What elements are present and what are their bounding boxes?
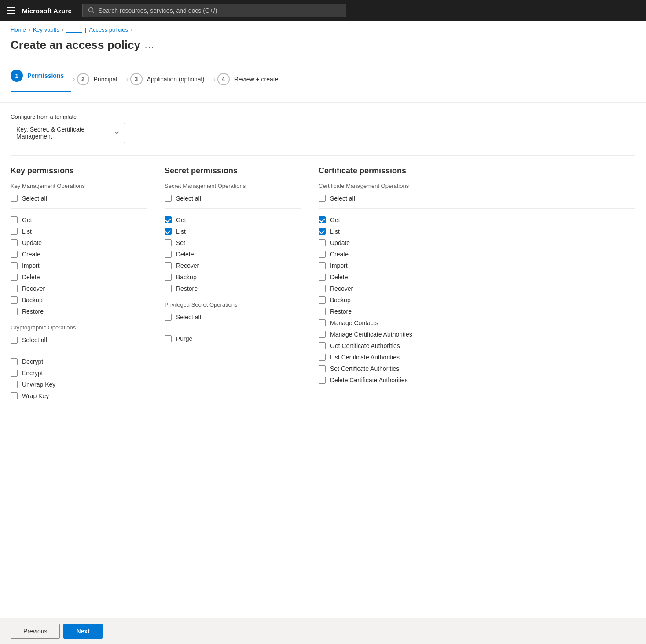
- key-recover-checkbox[interactable]: [11, 285, 18, 292]
- step-1-permissions[interactable]: 1 Permissions: [11, 66, 71, 92]
- key-unwrap-checkbox[interactable]: [11, 381, 18, 388]
- secret-recover-label: Recover: [176, 262, 199, 269]
- secret-set-checkbox[interactable]: [165, 239, 172, 246]
- step-sep-3-4: ›: [213, 75, 215, 83]
- secret-restore-checkbox[interactable]: [165, 285, 172, 292]
- secret-set-label: Set: [176, 239, 185, 246]
- key-decrypt-checkbox[interactable]: [11, 358, 18, 365]
- cert-manage-ca-checkbox[interactable]: [319, 331, 326, 338]
- key-update-checkbox[interactable]: [11, 239, 18, 246]
- template-section: Configure from a template Key, Secret, &…: [11, 113, 635, 143]
- key-crypto-select-all-checkbox[interactable]: [11, 337, 18, 344]
- steps-nav: 1 Permissions › 2 Principal › 3 Applicat…: [0, 59, 646, 103]
- key-delete-label: Delete: [22, 274, 40, 281]
- cert-list-checkbox[interactable]: [319, 228, 326, 235]
- chevron-down-icon: [114, 131, 119, 135]
- list-item: Import: [11, 260, 147, 271]
- perm-divider: [319, 208, 635, 209]
- key-restore-label: Restore: [22, 308, 44, 315]
- cert-update-checkbox[interactable]: [319, 239, 326, 246]
- permissions-grid: Key permissions Key Management Operation…: [11, 166, 635, 402]
- cert-manage-ca-label: Manage Certificate Authorities: [330, 331, 412, 338]
- cert-set-ca-checkbox[interactable]: [319, 365, 326, 372]
- list-item: Select all: [165, 311, 301, 323]
- list-item: [11, 204, 147, 214]
- step-sep-1-2: ›: [73, 75, 75, 83]
- key-delete-checkbox[interactable]: [11, 274, 18, 281]
- cert-get-ca-checkbox[interactable]: [319, 342, 326, 349]
- list-item: Delete Certificate Authorities: [319, 374, 635, 386]
- breadcrumb-access-policies[interactable]: Access policies: [89, 26, 128, 33]
- perm-divider: [11, 208, 147, 209]
- step-2-circle: 2: [77, 73, 89, 85]
- cert-delete-ca-checkbox[interactable]: [319, 377, 326, 384]
- key-backup-checkbox[interactable]: [11, 296, 18, 304]
- secret-backup-checkbox[interactable]: [165, 274, 172, 281]
- cert-backup-checkbox[interactable]: [319, 296, 326, 304]
- secret-list-checkbox[interactable]: [165, 228, 172, 235]
- cert-import-checkbox[interactable]: [319, 262, 326, 269]
- cert-mgmt-section-header: Certificate Management Operations: [319, 183, 635, 189]
- list-item: Restore: [11, 306, 147, 317]
- breadcrumb-sep-2: ›: [62, 27, 64, 33]
- cert-restore-label: Restore: [330, 308, 352, 315]
- cert-delete-checkbox[interactable]: [319, 274, 326, 281]
- cert-list-label: List: [330, 228, 340, 235]
- list-item: [319, 204, 635, 214]
- list-item: [165, 323, 301, 333]
- key-select-all-checkbox[interactable]: [11, 195, 18, 202]
- search-bar[interactable]: Search resources, services, and docs (G+…: [82, 4, 346, 17]
- key-decrypt-label: Decrypt: [22, 358, 43, 365]
- key-create-checkbox[interactable]: [11, 251, 18, 258]
- step-4-review[interactable]: 4 Review + create: [217, 70, 286, 89]
- secret-recover-checkbox[interactable]: [165, 262, 172, 269]
- key-recover-label: Recover: [22, 285, 45, 292]
- search-icon: [88, 7, 95, 14]
- page-title: Create an access policy: [11, 38, 140, 52]
- secret-priv-select-all-checkbox[interactable]: [165, 314, 172, 321]
- step-4-circle: 4: [217, 73, 230, 85]
- cert-create-checkbox[interactable]: [319, 251, 326, 258]
- cert-manage-contacts-checkbox[interactable]: [319, 319, 326, 326]
- secret-permissions-col: Secret permissions Secret Management Ope…: [165, 166, 301, 402]
- template-dropdown[interactable]: Key, Secret, & Certificate Management: [11, 123, 125, 143]
- list-item: Wrap Key: [11, 390, 147, 402]
- step-3-application[interactable]: 3 Application (optional): [130, 70, 212, 89]
- list-item: Manage Certificate Authorities: [319, 329, 635, 340]
- breadcrumb-sep-3: ›: [131, 27, 132, 33]
- cert-restore-checkbox[interactable]: [319, 308, 326, 315]
- breadcrumb-home[interactable]: Home: [11, 26, 26, 33]
- perm-divider: [11, 350, 147, 350]
- key-import-label: Import: [22, 262, 40, 269]
- cert-get-checkbox[interactable]: [319, 216, 326, 223]
- list-item: Set: [165, 237, 301, 249]
- cert-recover-checkbox[interactable]: [319, 285, 326, 292]
- key-crypto-select-all-label: Select all: [22, 337, 47, 344]
- more-options-icon[interactable]: ...: [145, 40, 155, 50]
- secret-purge-checkbox[interactable]: [165, 335, 172, 342]
- secret-delete-checkbox[interactable]: [165, 251, 172, 258]
- secret-get-checkbox[interactable]: [165, 216, 172, 223]
- secret-select-all-checkbox[interactable]: [165, 195, 172, 202]
- list-item: Purge: [165, 333, 301, 344]
- key-encrypt-checkbox[interactable]: [11, 370, 18, 377]
- breadcrumb-key-vaults[interactable]: Key vaults: [33, 26, 59, 33]
- menu-icon[interactable]: [7, 7, 15, 14]
- step-2-principal[interactable]: 2 Principal: [77, 70, 125, 89]
- list-item: Select all: [11, 193, 147, 204]
- svg-line-1: [92, 12, 94, 14]
- key-wrap-checkbox[interactable]: [11, 392, 18, 399]
- cert-list-ca-checkbox[interactable]: [319, 354, 326, 361]
- list-item: Get: [319, 214, 635, 226]
- key-list-checkbox[interactable]: [11, 228, 18, 235]
- cert-create-label: Create: [330, 251, 349, 258]
- cert-select-all-label: Select all: [330, 195, 355, 202]
- breadcrumb-vault-name[interactable]: _____: [66, 26, 82, 33]
- key-get-checkbox[interactable]: [11, 216, 18, 223]
- cert-select-all-checkbox[interactable]: [319, 195, 326, 202]
- step-1-label: Permissions: [27, 72, 64, 79]
- key-import-checkbox[interactable]: [11, 262, 18, 269]
- key-restore-checkbox[interactable]: [11, 308, 18, 315]
- secret-select-all-label: Select all: [176, 195, 201, 202]
- key-select-all-label: Select all: [22, 195, 47, 202]
